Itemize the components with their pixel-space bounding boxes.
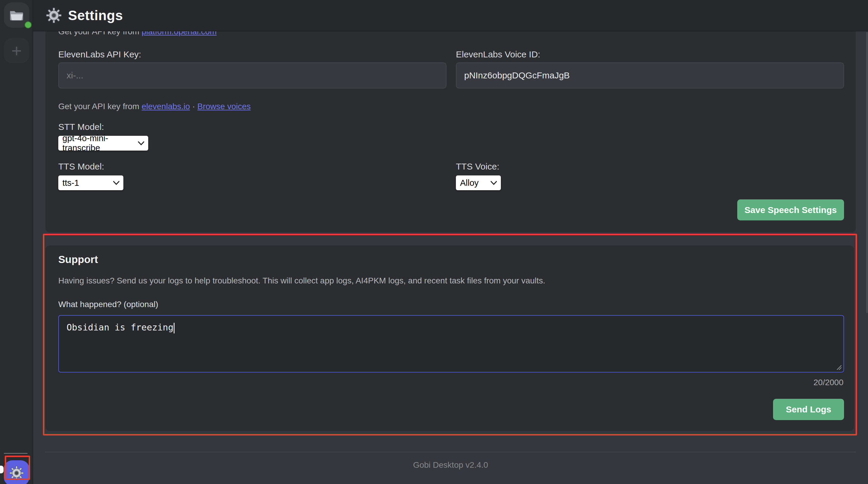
scrollbar-thumb[interactable] — [866, 32, 868, 313]
hint-separator: · — [192, 102, 195, 111]
send-logs-button[interactable]: Send Logs — [773, 399, 844, 420]
app-version-text: Gobi Desktop v2.4.0 — [33, 460, 868, 470]
folder-icon — [9, 9, 24, 21]
header: Settings — [33, 0, 868, 31]
char-counter: 20/2000 — [813, 378, 843, 387]
chevron-down-icon — [137, 141, 145, 146]
what-happened-label: What happened? (optional) — [58, 300, 158, 309]
footer-divider — [45, 452, 856, 452]
chevron-down-icon — [490, 181, 497, 185]
sidebar-divider — [4, 453, 28, 454]
sidebar-workspace-button[interactable] — [4, 2, 29, 28]
issue-description-textarea[interactable]: Obsidian is freezing — [58, 315, 844, 372]
tts-model-label: TTS Model: — [58, 161, 104, 172]
gear-icon — [9, 466, 24, 480]
text-cursor — [174, 323, 175, 333]
save-speech-settings-button[interactable]: Save Speech Settings — [737, 200, 844, 220]
gear-icon — [46, 8, 62, 23]
tts-voice-select[interactable]: Alloy — [456, 176, 501, 190]
elevenlabs-voice-id-label: ElevenLabs Voice ID: — [456, 50, 540, 59]
sidebar: + — [0, 0, 33, 484]
elevenlabs-voice-id-input[interactable] — [456, 62, 844, 88]
tts-model-select[interactable]: tts-1 — [58, 176, 123, 190]
elevenlabs-api-key-label: ElevenLabs API Key: — [58, 50, 141, 59]
support-title: Support — [58, 253, 98, 265]
stt-model-value: gpt-4o-mini-transcribe — [62, 133, 134, 153]
resize-handle-icon[interactable] — [835, 364, 842, 370]
elevenlabs-link[interactable]: elevenlabs.io — [142, 102, 190, 111]
partially-visible-element — [0, 466, 4, 473]
app-window: Get your API key from platform.openai.co… — [0, 0, 868, 484]
stt-model-select[interactable]: gpt-4o-mini-transcribe — [58, 136, 148, 151]
elevenlabs-api-key-input[interactable] — [58, 62, 446, 88]
issue-description-text: Obsidian is freezing — [67, 322, 175, 333]
browse-voices-link[interactable]: Browse voices — [197, 102, 251, 111]
tts-model-value: tts-1 — [62, 178, 79, 188]
online-status-dot — [25, 21, 32, 28]
page-title: Settings — [68, 7, 123, 23]
sidebar-add-button[interactable]: + — [4, 38, 29, 63]
stt-model-label: STT Model: — [58, 122, 104, 132]
tts-voice-label: TTS Voice: — [456, 161, 499, 172]
support-card: Support Having issues? Send us your logs… — [45, 245, 855, 431]
sidebar-settings-button[interactable] — [4, 460, 29, 484]
support-description: Having issues? Send us your logs to help… — [58, 276, 545, 285]
tts-voice-value: Alloy — [460, 178, 479, 188]
plus-icon: + — [11, 40, 22, 61]
speech-settings-card: Get your API key from platform.openai.co… — [45, 12, 856, 233]
elevenlabs-hint-text: Get your API key from — [58, 102, 142, 111]
chevron-down-icon — [113, 181, 120, 185]
elevenlabs-api-key-hint: Get your API key from elevenlabs.io · Br… — [58, 102, 251, 111]
